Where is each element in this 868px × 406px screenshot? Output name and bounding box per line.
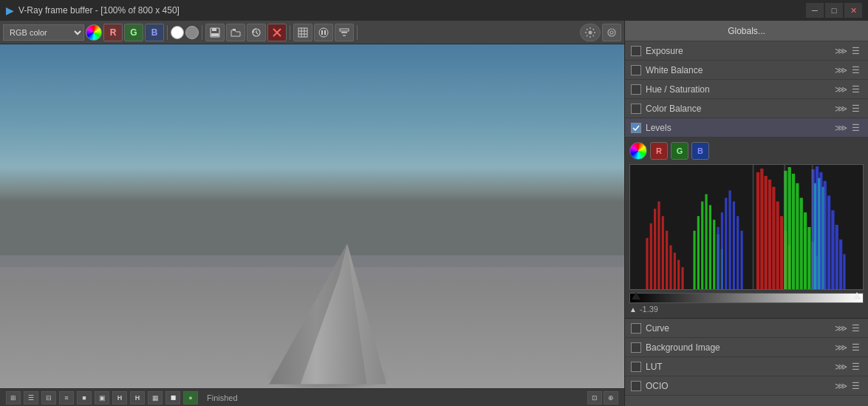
color-balance-checkbox[interactable] — [631, 104, 641, 114]
bottom-btn-5[interactable]: ■ — [77, 391, 92, 405]
exposure-menu-btn[interactable]: ☰ — [849, 44, 862, 58]
midtone-circle[interactable] — [185, 26, 199, 39]
white-balance-menu-btn[interactable]: ☰ — [849, 64, 862, 77]
globals-header[interactable]: Globals... — [625, 21, 868, 41]
ocio-checkbox[interactable] — [631, 381, 641, 391]
svg-point-18 — [608, 29, 615, 36]
bottom-btn-2[interactable]: ☰ — [24, 391, 38, 405]
main-content: RGB color R G B — [0, 21, 868, 406]
title-bar-controls: ─ □ ✕ — [806, 3, 862, 18]
exposure-item[interactable]: Exposure ⋙ ☰ — [625, 41, 868, 61]
levels-item[interactable]: Levels ⋙ ☰ — [625, 118, 868, 138]
color-balance-expand-btn[interactable]: ⋙ — [834, 102, 847, 115]
vfb-options-button[interactable] — [335, 24, 354, 41]
lut-menu-btn[interactable]: ☰ — [849, 360, 862, 373]
hue-saturation-menu-btn[interactable]: ☰ — [849, 83, 862, 96]
right-panel: Globals... Exposure ⋙ ☰ White Balance ⋙ … — [624, 21, 868, 406]
separator-2 — [202, 25, 202, 40]
levels-channel-b[interactable]: B — [691, 142, 709, 160]
bottom-btn-3[interactable]: ⊟ — [41, 391, 56, 405]
minimize-button[interactable]: ─ — [806, 3, 824, 18]
svg-rect-85 — [821, 187, 824, 289]
bottom-btn-1[interactable]: ⊞ — [6, 391, 21, 405]
curve-expand-btn[interactable]: ⋙ — [834, 322, 847, 335]
color-mode-select[interactable]: RGB color — [3, 24, 84, 41]
levels-expand-btn[interactable]: ⋙ — [834, 121, 847, 135]
levels-gradient-slider[interactable] — [629, 293, 864, 303]
levels-black-point-handle[interactable] — [632, 292, 640, 300]
ocio-expand-btn[interactable]: ⋙ — [834, 379, 847, 393]
maximize-button[interactable]: □ — [825, 3, 843, 18]
settings-button[interactable] — [580, 24, 601, 41]
levels-channel-g[interactable]: G — [671, 142, 688, 160]
channel-g-button[interactable]: G — [124, 24, 143, 41]
svg-rect-34 — [669, 246, 671, 289]
svg-rect-35 — [674, 253, 676, 289]
svg-rect-65 — [721, 212, 723, 289]
open-button[interactable] — [226, 24, 245, 41]
separator-4 — [357, 25, 358, 40]
status-text: Finished — [207, 393, 238, 402]
svg-rect-13 — [324, 30, 326, 35]
svg-rect-40 — [765, 176, 768, 289]
color-balance-menu-btn[interactable]: ☰ — [849, 102, 862, 115]
background-image-menu-btn[interactable]: ☰ — [849, 341, 862, 354]
hue-saturation-checkbox[interactable] — [631, 84, 641, 95]
fit-view-button[interactable]: ⊡ — [587, 391, 602, 405]
lut-expand-btn[interactable]: ⋙ — [834, 360, 847, 373]
hue-saturation-expand-btn[interactable]: ⋙ — [834, 83, 847, 96]
levels-checkbox[interactable] — [631, 123, 641, 133]
levels-channel-row: R G B — [629, 142, 864, 160]
title-bar: ▶ V-Ray frame buffer - [100% of 800 x 45… — [0, 0, 868, 21]
hue-saturation-item[interactable]: Hue / Saturation ⋙ ☰ — [625, 80, 868, 99]
highlight-circle[interactable] — [171, 26, 184, 39]
curve-checkbox[interactable] — [631, 323, 641, 334]
background-image-expand-btn[interactable]: ⋙ — [834, 341, 847, 354]
white-balance-item[interactable]: White Balance ⋙ ☰ — [625, 61, 868, 80]
bottom-btn-4[interactable]: ≡ — [59, 391, 74, 405]
ocio-menu-btn[interactable]: ☰ — [849, 379, 862, 393]
levels-white-point-handle[interactable] — [852, 292, 861, 300]
background-image-item[interactable]: Background Image ⋙ ☰ — [625, 338, 868, 357]
white-balance-checkbox[interactable] — [631, 65, 641, 75]
background-image-checkbox[interactable] — [631, 342, 641, 353]
delete-button[interactable] — [267, 24, 287, 41]
exposure-expand-btn[interactable]: ⋙ — [834, 44, 847, 58]
bottom-btn-7[interactable]: H — [112, 391, 127, 405]
render-regions-button[interactable] — [293, 24, 312, 41]
color-wheel-icon[interactable] — [86, 24, 102, 41]
levels-label: Levels — [646, 123, 830, 133]
exposure-checkbox[interactable] — [631, 46, 641, 56]
view-button[interactable] — [602, 24, 621, 41]
zoom-button[interactable]: ⊕ — [604, 391, 618, 405]
save-button[interactable] — [205, 24, 225, 41]
ocio-item[interactable]: OCIO ⋙ ☰ — [625, 376, 868, 396]
separator-3 — [290, 25, 290, 40]
bottom-btn-6[interactable]: ▣ — [95, 391, 109, 405]
history-button[interactable] — [247, 24, 266, 41]
levels-menu-btn[interactable]: ☰ — [849, 121, 862, 135]
levels-channel-r[interactable]: R — [650, 142, 668, 160]
curve-menu-btn[interactable]: ☰ — [849, 322, 862, 335]
close-button[interactable]: ✕ — [844, 3, 862, 18]
bottom-btn-10[interactable]: 🔲 — [165, 391, 180, 405]
svg-rect-79 — [843, 254, 845, 289]
bottom-btn-8[interactable]: H — [130, 391, 145, 405]
lut-item[interactable]: LUT ⋙ ☰ — [625, 357, 868, 376]
white-balance-expand-btn[interactable]: ⋙ — [834, 64, 847, 77]
exposure-label: Exposure — [646, 46, 830, 56]
separator-1 — [167, 25, 168, 40]
levels-color-wheel[interactable] — [629, 142, 647, 160]
color-balance-item[interactable]: Color Balance ⋙ ☰ — [625, 99, 868, 118]
lut-checkbox[interactable] — [631, 362, 641, 372]
bottom-btn-9[interactable]: ▦ — [148, 391, 163, 405]
svg-point-11 — [319, 28, 328, 37]
pause-button[interactable] — [314, 24, 333, 41]
svg-rect-29 — [650, 223, 652, 289]
channel-r-button[interactable]: R — [103, 24, 123, 41]
render-viewport — [0, 44, 624, 388]
curve-item[interactable]: Curve ⋙ ☰ — [625, 319, 868, 338]
svg-rect-60 — [804, 212, 807, 289]
channel-b-button[interactable]: B — [145, 24, 164, 41]
svg-point-17 — [589, 30, 592, 34]
